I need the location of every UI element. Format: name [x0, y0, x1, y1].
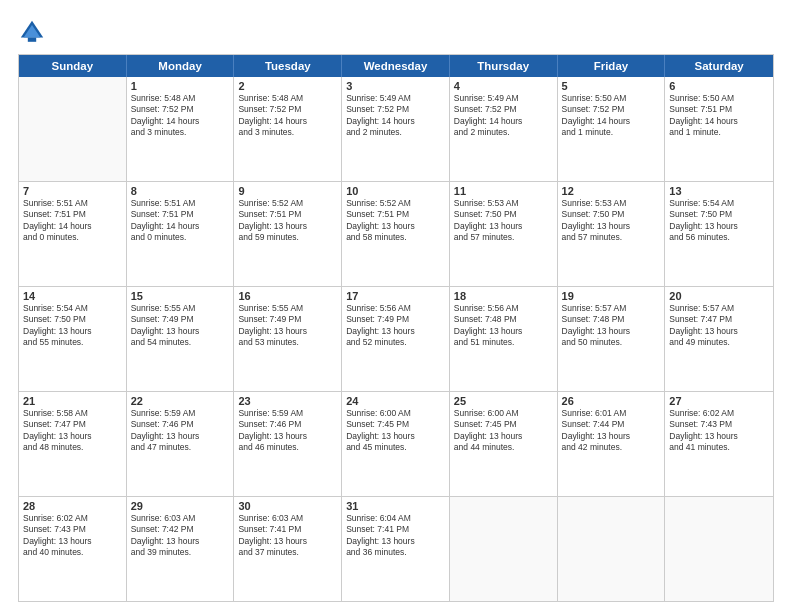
- day-info: Sunrise: 5:59 AM Sunset: 7:46 PM Dayligh…: [131, 408, 230, 454]
- day-info: Sunrise: 6:02 AM Sunset: 7:43 PM Dayligh…: [669, 408, 769, 454]
- calendar-row-1: 1Sunrise: 5:48 AM Sunset: 7:52 PM Daylig…: [19, 77, 773, 181]
- day-number: 7: [23, 185, 122, 197]
- day-number: 5: [562, 80, 661, 92]
- day-cell-24: 24Sunrise: 6:00 AM Sunset: 7:45 PM Dayli…: [342, 392, 450, 496]
- day-info: Sunrise: 5:57 AM Sunset: 7:48 PM Dayligh…: [562, 303, 661, 349]
- day-number: 19: [562, 290, 661, 302]
- day-cell-22: 22Sunrise: 5:59 AM Sunset: 7:46 PM Dayli…: [127, 392, 235, 496]
- day-number: 3: [346, 80, 445, 92]
- logo: [18, 18, 50, 46]
- day-info: Sunrise: 5:49 AM Sunset: 7:52 PM Dayligh…: [454, 93, 553, 139]
- day-info: Sunrise: 5:48 AM Sunset: 7:52 PM Dayligh…: [131, 93, 230, 139]
- day-cell-15: 15Sunrise: 5:55 AM Sunset: 7:49 PM Dayli…: [127, 287, 235, 391]
- day-info: Sunrise: 6:00 AM Sunset: 7:45 PM Dayligh…: [346, 408, 445, 454]
- day-number: 23: [238, 395, 337, 407]
- day-number: 6: [669, 80, 769, 92]
- page: SundayMondayTuesdayWednesdayThursdayFrid…: [0, 0, 792, 612]
- calendar: SundayMondayTuesdayWednesdayThursdayFrid…: [18, 54, 774, 602]
- day-cell-12: 12Sunrise: 5:53 AM Sunset: 7:50 PM Dayli…: [558, 182, 666, 286]
- day-info: Sunrise: 6:03 AM Sunset: 7:41 PM Dayligh…: [238, 513, 337, 559]
- day-number: 12: [562, 185, 661, 197]
- day-number: 31: [346, 500, 445, 512]
- day-info: Sunrise: 5:57 AM Sunset: 7:47 PM Dayligh…: [669, 303, 769, 349]
- calendar-body: 1Sunrise: 5:48 AM Sunset: 7:52 PM Daylig…: [19, 77, 773, 601]
- header-cell-saturday: Saturday: [665, 55, 773, 77]
- day-info: Sunrise: 5:49 AM Sunset: 7:52 PM Dayligh…: [346, 93, 445, 139]
- day-info: Sunrise: 6:04 AM Sunset: 7:41 PM Dayligh…: [346, 513, 445, 559]
- day-info: Sunrise: 6:00 AM Sunset: 7:45 PM Dayligh…: [454, 408, 553, 454]
- day-cell-9: 9Sunrise: 5:52 AM Sunset: 7:51 PM Daylig…: [234, 182, 342, 286]
- logo-icon: [18, 18, 46, 46]
- day-cell-17: 17Sunrise: 5:56 AM Sunset: 7:49 PM Dayli…: [342, 287, 450, 391]
- day-info: Sunrise: 5:59 AM Sunset: 7:46 PM Dayligh…: [238, 408, 337, 454]
- day-info: Sunrise: 5:50 AM Sunset: 7:51 PM Dayligh…: [669, 93, 769, 139]
- day-info: Sunrise: 5:51 AM Sunset: 7:51 PM Dayligh…: [131, 198, 230, 244]
- day-number: 30: [238, 500, 337, 512]
- header-cell-tuesday: Tuesday: [234, 55, 342, 77]
- day-cell-25: 25Sunrise: 6:00 AM Sunset: 7:45 PM Dayli…: [450, 392, 558, 496]
- day-cell-19: 19Sunrise: 5:57 AM Sunset: 7:48 PM Dayli…: [558, 287, 666, 391]
- day-cell-27: 27Sunrise: 6:02 AM Sunset: 7:43 PM Dayli…: [665, 392, 773, 496]
- day-cell-28: 28Sunrise: 6:02 AM Sunset: 7:43 PM Dayli…: [19, 497, 127, 601]
- day-cell-30: 30Sunrise: 6:03 AM Sunset: 7:41 PM Dayli…: [234, 497, 342, 601]
- day-cell-21: 21Sunrise: 5:58 AM Sunset: 7:47 PM Dayli…: [19, 392, 127, 496]
- day-cell-13: 13Sunrise: 5:54 AM Sunset: 7:50 PM Dayli…: [665, 182, 773, 286]
- day-number: 16: [238, 290, 337, 302]
- header-cell-friday: Friday: [558, 55, 666, 77]
- header-cell-thursday: Thursday: [450, 55, 558, 77]
- empty-cell: [665, 497, 773, 601]
- day-info: Sunrise: 5:55 AM Sunset: 7:49 PM Dayligh…: [131, 303, 230, 349]
- day-number: 24: [346, 395, 445, 407]
- day-number: 8: [131, 185, 230, 197]
- day-cell-2: 2Sunrise: 5:48 AM Sunset: 7:52 PM Daylig…: [234, 77, 342, 181]
- calendar-row-5: 28Sunrise: 6:02 AM Sunset: 7:43 PM Dayli…: [19, 496, 773, 601]
- day-number: 9: [238, 185, 337, 197]
- day-number: 20: [669, 290, 769, 302]
- day-info: Sunrise: 6:03 AM Sunset: 7:42 PM Dayligh…: [131, 513, 230, 559]
- day-cell-11: 11Sunrise: 5:53 AM Sunset: 7:50 PM Dayli…: [450, 182, 558, 286]
- day-number: 15: [131, 290, 230, 302]
- day-info: Sunrise: 5:54 AM Sunset: 7:50 PM Dayligh…: [23, 303, 122, 349]
- day-cell-1: 1Sunrise: 5:48 AM Sunset: 7:52 PM Daylig…: [127, 77, 235, 181]
- header-cell-wednesday: Wednesday: [342, 55, 450, 77]
- day-info: Sunrise: 6:02 AM Sunset: 7:43 PM Dayligh…: [23, 513, 122, 559]
- day-number: 10: [346, 185, 445, 197]
- day-cell-16: 16Sunrise: 5:55 AM Sunset: 7:49 PM Dayli…: [234, 287, 342, 391]
- empty-cell: [558, 497, 666, 601]
- day-number: 11: [454, 185, 553, 197]
- day-cell-10: 10Sunrise: 5:52 AM Sunset: 7:51 PM Dayli…: [342, 182, 450, 286]
- day-info: Sunrise: 5:50 AM Sunset: 7:52 PM Dayligh…: [562, 93, 661, 139]
- day-cell-31: 31Sunrise: 6:04 AM Sunset: 7:41 PM Dayli…: [342, 497, 450, 601]
- day-number: 28: [23, 500, 122, 512]
- calendar-row-2: 7Sunrise: 5:51 AM Sunset: 7:51 PM Daylig…: [19, 181, 773, 286]
- day-info: Sunrise: 5:56 AM Sunset: 7:49 PM Dayligh…: [346, 303, 445, 349]
- day-number: 27: [669, 395, 769, 407]
- day-number: 17: [346, 290, 445, 302]
- day-cell-14: 14Sunrise: 5:54 AM Sunset: 7:50 PM Dayli…: [19, 287, 127, 391]
- day-cell-20: 20Sunrise: 5:57 AM Sunset: 7:47 PM Dayli…: [665, 287, 773, 391]
- day-cell-3: 3Sunrise: 5:49 AM Sunset: 7:52 PM Daylig…: [342, 77, 450, 181]
- calendar-row-4: 21Sunrise: 5:58 AM Sunset: 7:47 PM Dayli…: [19, 391, 773, 496]
- day-number: 13: [669, 185, 769, 197]
- day-number: 26: [562, 395, 661, 407]
- day-number: 18: [454, 290, 553, 302]
- day-cell-8: 8Sunrise: 5:51 AM Sunset: 7:51 PM Daylig…: [127, 182, 235, 286]
- day-number: 29: [131, 500, 230, 512]
- day-cell-23: 23Sunrise: 5:59 AM Sunset: 7:46 PM Dayli…: [234, 392, 342, 496]
- day-info: Sunrise: 5:58 AM Sunset: 7:47 PM Dayligh…: [23, 408, 122, 454]
- day-info: Sunrise: 5:51 AM Sunset: 7:51 PM Dayligh…: [23, 198, 122, 244]
- header: [18, 18, 774, 46]
- empty-cell: [450, 497, 558, 601]
- day-number: 25: [454, 395, 553, 407]
- day-number: 4: [454, 80, 553, 92]
- day-number: 21: [23, 395, 122, 407]
- day-cell-4: 4Sunrise: 5:49 AM Sunset: 7:52 PM Daylig…: [450, 77, 558, 181]
- day-info: Sunrise: 5:52 AM Sunset: 7:51 PM Dayligh…: [346, 198, 445, 244]
- day-cell-29: 29Sunrise: 6:03 AM Sunset: 7:42 PM Dayli…: [127, 497, 235, 601]
- day-cell-7: 7Sunrise: 5:51 AM Sunset: 7:51 PM Daylig…: [19, 182, 127, 286]
- header-cell-sunday: Sunday: [19, 55, 127, 77]
- day-number: 1: [131, 80, 230, 92]
- day-number: 22: [131, 395, 230, 407]
- day-number: 14: [23, 290, 122, 302]
- empty-cell: [19, 77, 127, 181]
